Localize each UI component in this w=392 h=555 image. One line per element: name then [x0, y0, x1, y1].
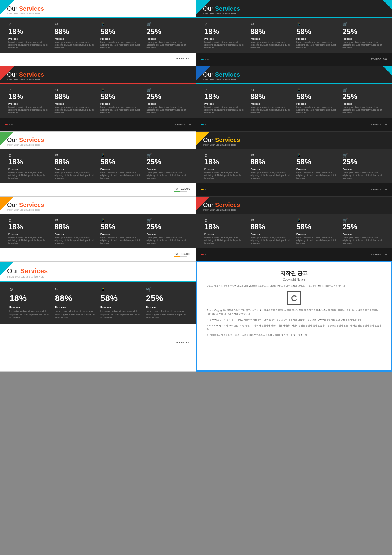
slide-footer: TAHES.CO — [196, 53, 392, 66]
stats-row: ⊙ 18% Process Lorem ipsum dolor sit amet… — [202, 22, 386, 49]
stats-row: ⊙ 18% Process Lorem ipsum dolor sit amet… — [6, 22, 190, 49]
stat-icon-phone: 📱 — [100, 22, 142, 26]
title: Our Services — [203, 71, 385, 78]
stat-1: ⊙ 18% Process Lorem ipsum dolor sit amet… — [202, 22, 248, 49]
stat-text: Lorem ipsum dolor sit amet, consectetur … — [100, 41, 142, 49]
slide-8: Our Services Insert Your Great Subtitle … — [196, 196, 392, 261]
copyright-intro: 건심사 재료는 사용하려는 당신이 오해되어 있으므로 조심하세요. 당신의 것… — [207, 284, 381, 288]
brand-name: TAHES.CO — [371, 58, 387, 61]
subtitle: Insert Your Great Subtitle Here — [203, 12, 385, 15]
slide-footer: TAHES.CO — [0, 53, 196, 66]
stat-value: 88% — [55, 27, 96, 36]
dot-active — [201, 59, 204, 60]
stat-value: 25% — [147, 27, 188, 36]
stat-2: ✉ 88% Process Lorem ipsum dolor sit amet… — [248, 22, 294, 49]
stats-area: ⊙18%ProcessLorem ipsum dolor sit amet, c… — [0, 84, 196, 118]
title: Our Services — [7, 71, 189, 78]
page-dots — [201, 59, 209, 60]
corner-tr — [383, 66, 392, 75]
stat-text: Lorem ipsum dolor sit amet, consectetur … — [147, 41, 188, 49]
slide-header-dark: Our Services Insert Your Great Subtitle … — [196, 0, 392, 17]
stat-4: 🛒 25% Process Lorem ipsum dolor sit amet… — [144, 22, 190, 49]
stats-area: ⊙ 18% Process Lorem ipsum dolor sit amet… — [0, 18, 196, 53]
title: Our Services — [7, 5, 189, 12]
dot — [207, 59, 209, 60]
copyright-logo-c: C — [287, 291, 301, 305]
stat-label: Process — [8, 37, 50, 40]
corner-tl — [0, 66, 14, 80]
corner-tl — [196, 66, 210, 80]
stat-4: 🛒 25% Process Lorem ipsum dolor sit amet… — [340, 22, 386, 49]
progress-bar — [174, 61, 187, 61]
slide-header-dark: Our Services Insert Your Great Subtitle … — [196, 66, 392, 83]
corner-tr — [383, 0, 392, 9]
stat-1: ⊙ 18% Process Lorem ipsum dolor sit amet… — [6, 22, 52, 49]
slide-3: Our Services Insert Your Great Subtitle … — [0, 66, 196, 131]
stat-icon-mail: ✉ — [55, 22, 96, 26]
stat-label: Process — [55, 37, 96, 40]
stat-2: ✉ 88% Process Lorem ipsum dolor sit amet… — [52, 22, 98, 49]
copyright-body: 1. 서비(Copyright)나 때문에 있다면 그런 참고하시기 건물에서 … — [207, 308, 381, 337]
slide-10-copyright: 저작권 공고 Copyright Notice 건심사 재료는 사용하려는 당신… — [196, 261, 392, 372]
slide-6: Our Services Insert Your Great Subtitle … — [196, 131, 392, 196]
slide-header-dark: Our Services Insert Your Great Subtitle … — [0, 66, 196, 83]
stat-3: 📱 58% Process Lorem ipsum dolor sit amet… — [294, 22, 340, 49]
stat-label: Process — [100, 37, 142, 40]
corner-tl — [196, 0, 210, 14]
stat-text: Lorem ipsum dolor sit amet, consectetur … — [8, 41, 50, 49]
slide-2: Our Services Insert Your Great Subtitle … — [196, 0, 392, 66]
copyright-subtitle: Copyright Notice — [207, 278, 381, 281]
title: Our Services — [203, 5, 385, 12]
slide-7: Our Services Insert Your Great Subtitle … — [0, 196, 196, 261]
slide-4: Our Services Insert Your Great Subtitle … — [196, 66, 392, 131]
slide-header: Our Services Insert Your Great Subtitle … — [0, 0, 196, 17]
slide-footer: TAHES.CO — [0, 118, 196, 131]
stat-value: 58% — [100, 27, 142, 36]
slide-9: Our Services Insert Your Great Subtitle … — [0, 261, 196, 372]
corner-tl — [0, 0, 14, 14]
slide-1: Our Services Insert Your Great Subtitle … — [0, 0, 196, 66]
subtitle: Insert Your Great Subtitle Here — [7, 12, 189, 15]
slide-5: Our Services Insert Your Great Subtitle … — [0, 131, 196, 196]
stats-area: ⊙ 18% Process Lorem ipsum dolor sit amet… — [196, 18, 392, 53]
stat-label: Process — [147, 37, 188, 40]
dot — [205, 59, 206, 60]
title-services: Services — [215, 5, 240, 12]
stat-3: 📱 58% Process Lorem ipsum dolor sit amet… — [98, 22, 144, 49]
stat-icon-dollar: ⊙ — [8, 22, 50, 26]
title-services: Services — [19, 5, 44, 12]
brand-name: TAHES.CO — [174, 57, 191, 60]
stat-text: Lorem ipsum dolor sit amet, consectetur … — [55, 41, 96, 49]
stats-area: ⊙18%ProcessLorem ipsum dolor sit amet, c… — [196, 84, 392, 118]
copyright-title: 저작권 공고 — [207, 270, 381, 277]
stat-value: 18% — [8, 27, 50, 36]
brand-block: TAHES.CO — [174, 57, 191, 61]
stat-icon-cart: 🛒 — [147, 22, 188, 26]
